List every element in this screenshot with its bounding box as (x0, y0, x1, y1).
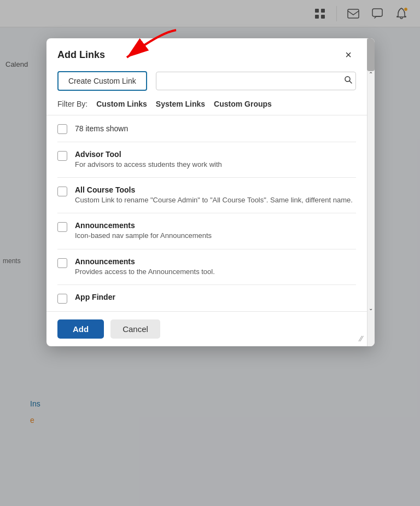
resize-handle[interactable]: ∕∕ (360, 334, 363, 343)
filter-custom-links[interactable]: Custom Links (93, 98, 150, 109)
item-desc-2: Icon-based nav sample for Announcements (75, 231, 356, 241)
item-desc-0: For advisors to access students they wor… (75, 160, 356, 170)
list-item: All Course Tools Custom Link to rename "… (57, 178, 356, 213)
item-desc-1: Custom Link to rename "Course Admin" to … (75, 195, 356, 205)
modal-inner: ⌃ Add Links × Create Custom Link Filter … (46, 38, 375, 346)
filter-bar: Filter By: Custom Links System Links Cus… (46, 95, 367, 115)
item-title-2: Announcements (75, 221, 356, 230)
search-wrapper (156, 72, 356, 90)
item-title-3: Announcements (75, 257, 356, 266)
filter-custom-groups[interactable]: Custom Groups (211, 98, 275, 109)
item-text-1: All Course Tools Custom Link to rename "… (75, 185, 356, 205)
item-checkbox-1[interactable] (57, 187, 67, 196)
modal-title: Add Links (57, 49, 105, 61)
list-item: Announcements Icon-based nav sample for … (57, 213, 356, 249)
scrollbar-track[interactable] (367, 38, 375, 346)
item-title-0: Advisor Tool (75, 150, 356, 159)
item-text-2: Announcements Icon-based nav sample for … (75, 221, 356, 241)
scrollbar-thumb[interactable] (367, 38, 375, 71)
scroll-down-button[interactable]: ⌄ (367, 304, 375, 313)
item-text-3: Announcements Provides access to the Ann… (75, 257, 356, 277)
items-count-row: 78 items shown (57, 115, 356, 142)
close-button[interactable]: × (341, 47, 356, 62)
cancel-button[interactable]: Cancel (110, 319, 160, 339)
items-count-text: 78 items shown (75, 124, 128, 133)
add-links-modal: ⌃ Add Links × Create Custom Link Filter … (46, 38, 375, 346)
modal-header: Add Links × (46, 38, 367, 67)
modal-footer: Add Cancel ∕∕ (46, 311, 367, 346)
select-all-checkbox[interactable] (57, 124, 67, 134)
item-text-0: Advisor Tool For advisors to access stud… (75, 150, 356, 170)
item-title-4: App Finder (75, 293, 356, 301)
filter-by-label: Filter By: (57, 100, 88, 108)
item-desc-3: Provides access to the Announcements too… (75, 267, 356, 277)
item-text-4: App Finder (75, 293, 356, 303)
search-icon-button[interactable] (344, 75, 353, 86)
item-checkbox-0[interactable] (57, 151, 67, 161)
search-input[interactable] (156, 72, 356, 90)
filter-system-links[interactable]: System Links (153, 98, 208, 109)
add-button[interactable]: Add (57, 319, 104, 339)
item-checkbox-2[interactable] (57, 222, 67, 232)
item-checkbox-4[interactable] (57, 294, 67, 304)
modal-toolbar: Create Custom Link (46, 67, 367, 95)
item-checkbox-3[interactable] (57, 258, 67, 268)
svg-line-8 (349, 81, 352, 83)
items-list: 78 items shown Advisor Tool For advisors… (46, 115, 367, 311)
item-title-1: All Course Tools (75, 185, 356, 194)
create-custom-link-button[interactable]: Create Custom Link (57, 71, 147, 91)
list-item: Announcements Provides access to the Ann… (57, 249, 356, 285)
list-item: App Finder (57, 285, 356, 311)
list-item: Advisor Tool For advisors to access stud… (57, 142, 356, 178)
scroll-up-button[interactable]: ⌃ (367, 69, 375, 79)
